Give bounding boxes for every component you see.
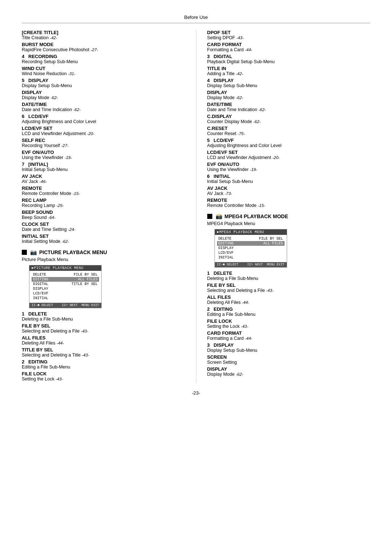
menu-box-footer: II-■ SELECT II+ NEXT MENU EXIT <box>29 303 101 308</box>
mpeg4-menu-box-footer: II-■ SELECT II+ NEXT MENU EXIT <box>215 262 287 267</box>
mpeg4-menu-row-display: DISPLAY <box>217 246 285 250</box>
menu-row-delete: DELETEFILE BY SEL <box>32 272 99 277</box>
entry-wind-cut: WIND CUT Wind Noise Reduction -31- <box>22 66 185 76</box>
menu-row-editing: EDITINGALL FILES <box>32 277 99 282</box>
mpeg4-cam-icon: 📸 <box>216 213 222 220</box>
entry-lcd-evf-5: 5 LCD/EVF Adjusting Brightness and Color… <box>207 138 371 148</box>
entry-self-rec: SELF REC Recording Yourself -27- <box>22 138 185 148</box>
entry-initial-7: 7 [INITIAL] Initial Setup Sub-Menu <box>22 162 185 172</box>
entry-av-jack: AV JACK AV Jack -46- <box>22 174 185 184</box>
entry-all-files: ALL FILES Deleting All Files -44- <box>22 335 185 346</box>
left-column: [CREATE TITLE] Title Creation -42- BURST… <box>22 30 196 383</box>
entry-av-jack2: AV JACK AV Jack -73- <box>207 186 371 196</box>
mpeg4-menu-row-delete: DELETEFILE BY SEL <box>217 236 285 241</box>
mpeg4-playback-title: MPEG4 PLAYBACK MODE <box>225 213 288 219</box>
picture-playback-header: 📷 PICTURE PLAYBACK MENU <box>22 249 185 256</box>
entry-display-4: 4 DISPLAY Display Setup Sub-Menu <box>207 78 371 88</box>
entry-remote: REMOTE Remote Controller Mode -15- <box>22 186 185 196</box>
page: Before Use [CREATE TITLE] Title Creation… <box>0 0 392 554</box>
entry-recording: 4 RECORDING Recording Setup Sub-Menu <box>22 54 185 64</box>
entry-beep-sound: BEEP SOUND Beep Sound -64- <box>22 209 185 220</box>
entry-date-time2: DATE/TIME Date and Time Indication -62- <box>207 102 371 112</box>
entry-dpof-set: DPOF SET Setting DPOF -43- <box>207 30 371 40</box>
black-square-icon-2 <box>207 214 212 219</box>
entry-screen: SCREEN Screen Setting <box>207 354 371 365</box>
picture-playback-sub: Picture Playback Menu <box>22 257 185 262</box>
entry-c-reset: C.RESET Counter Reset -75- <box>207 126 371 136</box>
right-entries-top: DPOF SET Setting DPOF -43- CARD FORMAT F… <box>207 30 371 208</box>
camera-icon: 📷 <box>30 249 37 256</box>
entry-display-plain2: DISPLAY Display Mode -62- <box>207 90 371 100</box>
entry-clock-set: CLOCK SET Date and Time Setting -24- <box>22 221 185 232</box>
entry-file-by-sel: FILE BY SEL Selecting and Deleting a Fil… <box>22 323 185 334</box>
entry-title-by-sel: TITLE BY SEL Selecting and Deleting a Ti… <box>22 347 185 358</box>
entry-initial-6: 6 INITIAL Initial Setup Sub-Menu <box>207 174 371 184</box>
mpeg4-menu-row-editing: EDITINGALL FILES <box>217 241 285 246</box>
mpeg4-menu-box-inner: DELETEFILE BY SEL EDITINGALL FILES DISPL… <box>215 235 287 261</box>
entry-date-time: DATE/TIME Date and Time Indication -62- <box>22 102 185 112</box>
entry-file-lock2: FILE LOCK Setting the Lock -43- <box>207 318 371 329</box>
entry-rec-lamp: REC LAMP Recording Lamp -25- <box>22 197 185 208</box>
entry-display-3b: 3 DISPLAY Display Setup Sub-Menu <box>207 342 371 353</box>
top-divider <box>22 23 370 23</box>
entry-file-lock: FILE LOCK Setting the Lock -43- <box>22 371 185 382</box>
mpeg4-menu-box-title: ►MPEG4 PLAYBACK MENU <box>215 229 287 235</box>
entry-remote2: REMOTE Remote Controller Mode -15- <box>207 197 371 208</box>
entry-file-by-sel2: FILE BY SEL Selecting and Deleting a Fil… <box>207 282 371 293</box>
black-square-icon <box>22 250 27 255</box>
entry-delete-1: 1 DELETE Deleting a File Sub-Menu <box>22 311 185 322</box>
entry-lcd-evf-6: 6 LCD/EVF Adjusting Brightness and Color… <box>22 114 185 124</box>
entry-c-display: C.DISPLAY Counter Display Mode -62- <box>207 114 371 124</box>
entry-title-in: TITLE IN Adding a Title -42- <box>207 66 371 76</box>
entry-editing-2: 2 EDITING Editing a File Sub-Menu <box>22 359 185 370</box>
mpeg4-entries: 1 DELETE Deleting a File Sub-Menu FILE B… <box>207 270 371 377</box>
entry-digital-3: 3 DIGITAL Playback Digital Setup Sub-Men… <box>207 54 371 64</box>
entry-initial-set: INITIAL SET Initial Setting Mode -62- <box>22 233 185 244</box>
main-content: [CREATE TITLE] Title Creation -42- BURST… <box>22 30 370 383</box>
mpeg4-playback-header: 📸 MPEG4 PLAYBACK MODE <box>207 213 371 220</box>
menu-row-display: DISPLAY <box>32 286 99 291</box>
entry-lcd-evf-set2: LCD/EVF SET LCD and Viewfinder Adjustmen… <box>207 150 371 160</box>
picture-playback-entries: 1 DELETE Deleting a File Sub-Menu FILE B… <box>22 311 185 382</box>
entry-create-title: [CREATE TITLE] Title Creation -42- <box>22 30 185 40</box>
menu-box-inner: DELETEFILE BY SEL EDITINGALL FILES DIGIT… <box>29 271 101 302</box>
menu-box-title: ►PICTURE PLAYBACK MENU <box>29 265 101 271</box>
menu-row-initial: INITIAL <box>32 296 99 301</box>
mpeg4-menu-row-initial: INITIAL <box>217 255 285 260</box>
entry-card-format: CARD FORMAT Formatting a Card -44- <box>207 42 371 52</box>
before-use-label: Before Use <box>22 15 370 20</box>
mpeg4-menu-box: ►MPEG4 PLAYBACK MENU DELETEFILE BY SEL E… <box>215 229 287 268</box>
picture-playback-menu-box: ►PICTURE PLAYBACK MENU DELETEFILE BY SEL… <box>29 265 102 308</box>
menu-row-lcdevf: LCD/EVF <box>32 291 99 296</box>
entry-all-files2: ALL FILES Deleting All Files -44- <box>207 294 371 305</box>
entry-display-plain: DISPLAY Display Mode -62- <box>22 90 185 100</box>
page-number: -23- <box>22 390 370 396</box>
mpeg4-playback-sub: MPEG4 Playback Menu <box>207 221 371 226</box>
entry-card-format2: CARD FORMAT Formatting a Card -44- <box>207 330 371 341</box>
picture-playback-title: PICTURE PLAYBACK MENU <box>39 249 107 255</box>
entry-evf-on-auto2: EVF ON/AUTO Using the Viewfinder -19- <box>207 162 371 172</box>
entry-editing-2b: 2 EDITING Editing a File Sub-Menu <box>207 306 371 317</box>
mpeg4-menu-row-lcdevf: LCD/EVF <box>217 250 285 255</box>
entry-display-plain3: DISPLAY Display Mode -62- <box>207 366 371 377</box>
menu-row-digital: DIGITALTITLE BY SEL <box>32 282 99 286</box>
entry-lcd-evf-set: LCD/EVF SET LCD and Viewfinder Adjustmen… <box>22 126 185 136</box>
left-entries-top: [CREATE TITLE] Title Creation -42- BURST… <box>22 30 185 244</box>
right-column: DPOF SET Setting DPOF -43- CARD FORMAT F… <box>196 30 371 383</box>
entry-display-5: 5 DISPLAY Display Setup Sub-Menu <box>22 78 185 88</box>
entry-delete-1b: 1 DELETE Deleting a File Sub-Menu <box>207 270 371 281</box>
entry-evf-on-auto: EVF ON/AUTO Using the Viewfinder -19- <box>22 150 185 160</box>
entry-burst-mode: BURST MODE RapidFire Consecutive Photosh… <box>22 42 185 52</box>
